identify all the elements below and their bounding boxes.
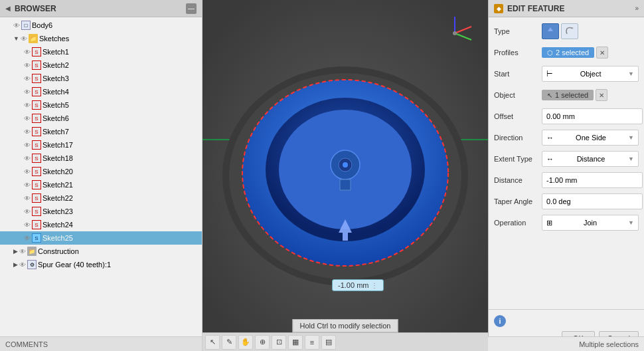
sketch-icon: S (32, 180, 41, 189)
select-tool-button[interactable]: ↖ (205, 335, 220, 350)
item-label: Sketch24 (42, 221, 73, 229)
edit-feature-icon: ◆ (494, 4, 503, 13)
visibility-icon[interactable]: 👁 (24, 235, 31, 242)
tree-item-sketch18[interactable]: 👁 S Sketch18 (0, 152, 202, 165)
item-label: Sketch4 (42, 88, 69, 96)
visibility-icon[interactable]: 👁 (24, 155, 31, 162)
tree-item-sketch5[interactable]: 👁 S Sketch5 (0, 98, 202, 112)
tree-item-sketch1[interactable]: 👁 S Sketch1 (0, 45, 202, 58)
distance-input[interactable] (542, 172, 643, 188)
visibility-icon[interactable]: 👁 (24, 208, 31, 215)
tree-item-sketch25[interactable]: 👁 S Sketch25 (0, 231, 202, 245)
item-label: Sketch6 (42, 114, 69, 122)
visibility-icon[interactable]: 👁 (21, 35, 27, 43)
visibility-icon[interactable]: 👁 (19, 248, 26, 255)
tree-item-sketch20[interactable]: 👁 S Sketch20 (0, 165, 202, 178)
tree-item-sketch17[interactable]: 👁 S Sketch17 (0, 138, 202, 152)
extent-type-dropdown[interactable]: ↔ Distance ▼ (542, 151, 639, 167)
sketch-icon: S (32, 100, 41, 110)
visibility-icon[interactable]: 👁 (24, 75, 31, 82)
start-dropdown[interactable]: ⊢ Object ▼ (542, 66, 639, 82)
type-revolve-button[interactable] (561, 23, 578, 39)
item-label: Sketch3 (42, 74, 69, 82)
expand-arrow-icon[interactable]: ▼ (13, 35, 19, 42)
tree-item-body6[interactable]: 👁 □ Body6 (0, 19, 202, 32)
svg-rect-18 (546, 31, 554, 34)
tree-item-sketch7[interactable]: 👁 S Sketch7 (0, 125, 202, 138)
dropdown-arrow-icon: ▼ (628, 156, 634, 162)
inspect-button[interactable]: ▤ (321, 335, 336, 350)
tree-item-spur-gear[interactable]: ▶ 👁 ⚙ Spur Gear (40 teeth):1 (0, 258, 202, 271)
profiles-badge[interactable]: ⬡ 2 selected (542, 47, 594, 58)
object-count: 1 selected (555, 91, 588, 99)
visibility-icon[interactable]: 👁 (24, 88, 31, 96)
visibility-icon[interactable]: 👁 (24, 115, 31, 122)
item-label: Sketch20 (42, 168, 73, 176)
visibility-icon[interactable]: 👁 (24, 221, 31, 229)
object-badge[interactable]: ↖ 1 selected (542, 90, 594, 100)
profiles-value: ⬡ 2 selected ✕ (542, 47, 639, 58)
hint-bar: Hold Ctrl to modify selection (293, 319, 398, 332)
visibility-icon[interactable]: 👁 (24, 49, 31, 56)
item-label: Sketch17 (42, 141, 73, 149)
taper-input[interactable] (542, 193, 643, 209)
pan-tool-button[interactable]: ✋ (238, 335, 253, 350)
tree-item-construction[interactable]: ▶ 👁 📁 Construction (0, 245, 202, 258)
comments-bar[interactable]: COMMENTS (0, 336, 202, 351)
viewport[interactable]: -1.00 mm ⋮ Hold Ctrl to modify selection… (202, 0, 488, 351)
display-button[interactable]: ≡ (305, 335, 319, 350)
tree-item-sketch4[interactable]: 👁 S Sketch4 (0, 85, 202, 98)
offset-input[interactable] (542, 108, 643, 124)
tree-item-sketch3[interactable]: 👁 S Sketch3 (0, 72, 202, 85)
direction-dropdown[interactable]: ↔ One Side ▼ (542, 130, 639, 146)
visibility-icon[interactable]: 👁 (13, 22, 20, 29)
sketch-icon: S (32, 207, 41, 216)
tree-item-sketch24[interactable]: 👁 S Sketch24 (0, 218, 202, 231)
item-label: Spur Gear (40 teeth):1 (38, 261, 111, 269)
collapse-arrow-icon[interactable]: ◀ (5, 5, 11, 12)
browser-collapse-button[interactable]: — (186, 3, 197, 14)
viewport-svg (202, 0, 488, 351)
svg-point-9 (343, 162, 348, 168)
object-clear-button[interactable]: ✕ (596, 89, 607, 101)
visibility-icon[interactable]: 👁 (24, 195, 31, 202)
tree-item-sketch2[interactable]: 👁 S Sketch2 (0, 58, 202, 72)
object-value: ↖ 1 selected ✕ (542, 89, 639, 101)
visibility-icon[interactable]: 👁 (24, 168, 31, 176)
tree-item-sketch22[interactable]: 👁 S Sketch22 (0, 191, 202, 205)
distance-row: Distance (494, 172, 639, 189)
tree-item-sketches[interactable]: ▼ 👁 📁 Sketches (0, 32, 202, 45)
start-icon: ⊢ (546, 70, 553, 78)
visibility-icon[interactable]: 👁 (24, 102, 31, 109)
sketch-tool-button[interactable]: ✎ (222, 335, 236, 350)
visibility-icon[interactable]: 👁 (24, 181, 31, 189)
profiles-label: Profiles (494, 49, 542, 57)
visibility-icon[interactable]: 👁 (24, 62, 31, 69)
type-value (542, 23, 639, 39)
grid-button[interactable]: ▦ (288, 335, 303, 350)
expand-arrow-icon[interactable]: ▶ (13, 248, 18, 255)
expand-arrow-icon[interactable]: ▶ (13, 261, 18, 268)
profiles-row: Profiles ⬡ 2 selected ✕ (494, 44, 639, 61)
operation-dropdown[interactable]: ⊞ Join ▼ (542, 215, 639, 231)
browser-panel: ◀ BROWSER — 👁 □ Body6 ▼ 👁 📁 Sketches 👁 S… (0, 0, 202, 351)
tree-item-sketch23[interactable]: 👁 S Sketch23 (0, 205, 202, 218)
extent-type-value: ↔ Distance ▼ (542, 151, 639, 167)
fit-tool-button[interactable]: ⊡ (272, 335, 286, 350)
visibility-icon[interactable]: 👁 (19, 261, 26, 269)
taper-value (542, 193, 643, 209)
browser-tree: 👁 □ Body6 ▼ 👁 📁 Sketches 👁 S Sketch1 👁 S… (0, 17, 202, 336)
extent-type-label: Extent Type (494, 155, 542, 163)
start-value: ⊢ Object ▼ (542, 66, 639, 82)
tree-item-sketch6[interactable]: 👁 S Sketch6 (0, 112, 202, 125)
offset-label: Offset (494, 112, 542, 120)
zoom-tool-button[interactable]: ⊕ (255, 335, 270, 350)
bubble-menu-icon[interactable]: ⋮ (371, 282, 378, 289)
type-extrude-button[interactable] (542, 23, 559, 39)
multi-select-bar: Multiple selections (488, 336, 644, 351)
expand-panel-icon[interactable]: » (635, 5, 639, 12)
profiles-clear-button[interactable]: ✕ (596, 47, 608, 58)
tree-item-sketch21[interactable]: 👁 S Sketch21 (0, 178, 202, 191)
visibility-icon[interactable]: 👁 (24, 142, 31, 149)
visibility-icon[interactable]: 👁 (24, 128, 31, 136)
